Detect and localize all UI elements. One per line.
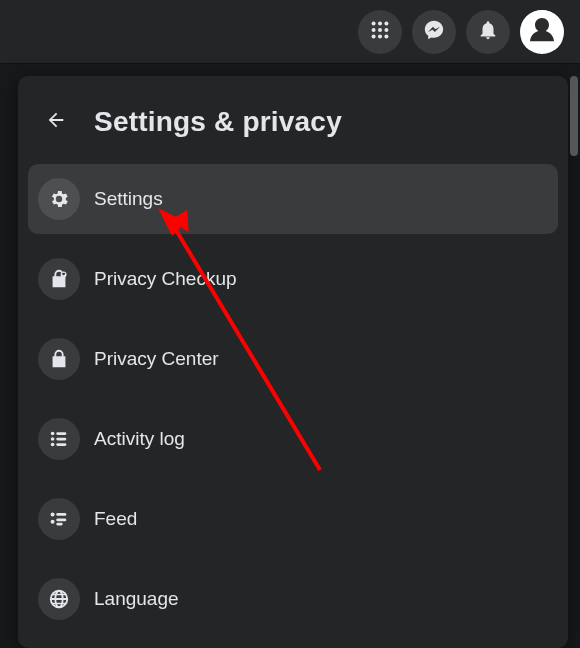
account-avatar[interactable] [520,10,564,54]
svg-point-1 [378,21,382,25]
panel-header: Settings & privacy [28,86,558,164]
notifications-button[interactable] [466,10,510,54]
svg-point-4 [378,27,382,31]
back-arrow-icon [45,109,67,135]
bell-icon [477,19,499,45]
svg-rect-14 [56,438,66,441]
feed-icon [38,498,80,540]
menu-item-privacy-center[interactable]: Privacy Center [28,324,558,394]
menu-grid-button[interactable] [358,10,402,54]
svg-point-15 [51,443,55,447]
menu-label: Language [94,588,179,610]
svg-point-13 [51,437,55,441]
avatar-icon [522,10,562,54]
gear-icon [38,178,80,220]
svg-rect-12 [56,432,66,435]
svg-point-17 [51,512,55,516]
svg-point-11 [51,432,55,436]
list-icon [38,418,80,460]
svg-point-2 [384,21,388,25]
svg-point-19 [51,520,55,524]
svg-point-3 [372,27,376,31]
menu-item-settings[interactable]: Settings [28,164,558,234]
globe-icon [38,578,80,620]
scrollbar-thumb[interactable] [570,76,578,156]
menu-item-language[interactable]: Language [28,564,558,634]
lock-icon [38,338,80,380]
svg-point-5 [384,27,388,31]
svg-point-8 [384,34,388,38]
svg-rect-20 [56,519,66,522]
menu-label: Privacy Center [94,348,219,370]
settings-privacy-panel: Settings & privacy Settings Privacy Chec… [18,76,568,648]
messenger-button[interactable] [412,10,456,54]
svg-rect-16 [56,443,66,446]
lock-heart-icon [38,258,80,300]
svg-rect-21 [56,523,62,526]
menu-label: Settings [94,188,163,210]
panel-title: Settings & privacy [94,106,342,138]
menu-label: Feed [94,508,137,530]
svg-point-6 [372,34,376,38]
svg-point-0 [372,21,376,25]
svg-rect-18 [56,513,66,516]
back-button[interactable] [36,102,76,142]
svg-point-7 [378,34,382,38]
menu-item-activity-log[interactable]: Activity log [28,404,558,474]
top-navbar [0,0,580,64]
messenger-icon [423,19,445,45]
menu-label: Privacy Checkup [94,268,237,290]
menu-label: Activity log [94,428,185,450]
menu-item-privacy-checkup[interactable]: Privacy Checkup [28,244,558,314]
grid-icon [369,19,391,45]
menu-item-feed[interactable]: Feed [28,484,558,554]
